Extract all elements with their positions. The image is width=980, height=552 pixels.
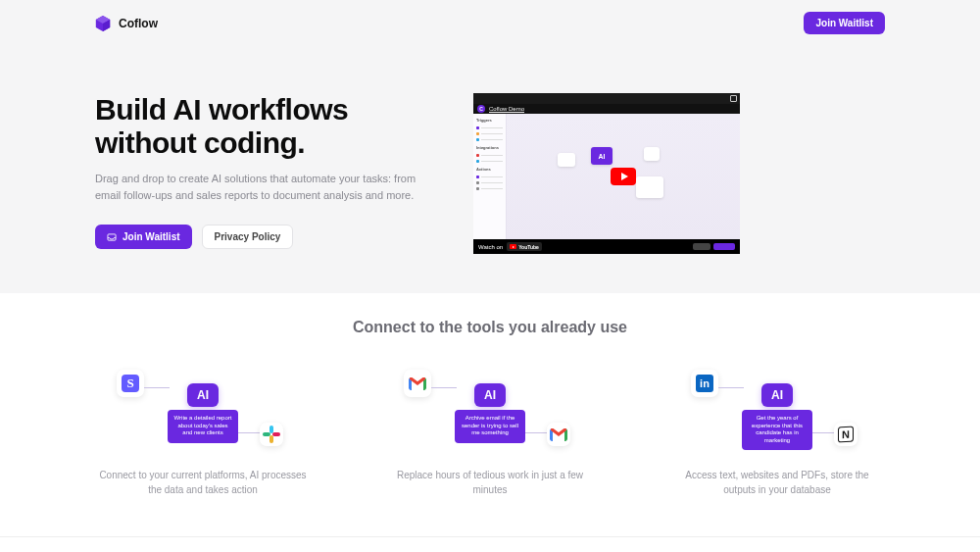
gmail-icon — [547, 423, 570, 446]
video-top-controls — [473, 93, 740, 104]
demo-video-embed[interactable]: C Coflow Demo Triggers Integrations Acti… — [473, 93, 740, 254]
ai-card-text: Get the years of experience that this ca… — [742, 410, 812, 450]
tool-caption: Connect to your current platforms, AI pr… — [95, 468, 311, 497]
watch-on-label: Watch on — [478, 244, 503, 250]
video-title-bar: C Coflow Demo — [473, 104, 740, 114]
share-button[interactable] — [693, 243, 710, 250]
tools-grid: S AI Write a detailed report about today… — [95, 364, 885, 497]
brand[interactable]: Coflow — [95, 15, 158, 32]
tool-column: in AI Get the years of experience that t… — [669, 364, 885, 497]
video-preview-frame: Triggers Integrations Actions — [473, 114, 740, 239]
youtube-badge[interactable]: YouTube — [507, 242, 542, 251]
inbox-icon — [107, 232, 117, 242]
tools-heading: Connect to the tools you already use — [95, 319, 885, 336]
button-label: Privacy Policy — [215, 231, 281, 242]
tools-section: Connect to the tools you already use S A… — [0, 293, 980, 536]
watch-later-button[interactable] — [713, 243, 735, 250]
youtube-icon — [510, 244, 516, 249]
tool-column: S AI Write a detailed report about today… — [95, 364, 311, 497]
ai-node: AI Archive email if the sender is trying… — [455, 383, 525, 443]
tool-column: AI Archive email if the sender is trying… — [382, 364, 598, 497]
hero-join-waitlist-button[interactable]: Join Waitlist — [95, 225, 192, 249]
ai-card-text: Archive email if the sender is trying to… — [455, 410, 525, 443]
ai-node: AI Get the years of experience that this… — [742, 383, 812, 450]
hero-section: Coflow Join Waitlist Build AI workflows … — [0, 0, 980, 293]
ai-card-text: Write a detailed report about today's sa… — [168, 410, 238, 443]
hero: Build AI workflows without coding. Drag … — [95, 93, 885, 254]
hero-title: Build AI workflows without coding. — [95, 93, 448, 159]
slack-icon — [260, 423, 283, 446]
footer-cta-section: Join Waitlist — [0, 536, 980, 552]
notion-icon: N — [834, 423, 858, 446]
privacy-policy-button[interactable]: Privacy Policy — [202, 225, 294, 249]
play-icon[interactable] — [611, 168, 636, 185]
top-nav: Coflow Join Waitlist — [95, 8, 885, 38]
tool-caption: Replace hours of tedious work in just a … — [382, 468, 598, 497]
copy-link-icon[interactable] — [730, 95, 737, 102]
stripe-icon: S — [117, 370, 144, 397]
logo-icon — [95, 15, 111, 32]
ai-node: AI Write a detailed report about today's… — [168, 383, 238, 443]
linkedin-icon: in — [691, 370, 718, 397]
brand-name: Coflow — [119, 17, 158, 30]
tool-caption: Access text, websites and PDFs, store th… — [669, 468, 885, 497]
channel-avatar: C — [477, 105, 485, 113]
video-bottom-bar: Watch on YouTube — [473, 239, 740, 254]
video-title[interactable]: Coflow Demo — [489, 106, 524, 112]
button-label: Join Waitlist — [815, 18, 873, 28]
hero-actions: Join Waitlist Privacy Policy — [95, 225, 448, 249]
hero-subtitle: Drag and drop to create AI solutions tha… — [95, 171, 428, 203]
nav-join-waitlist-button[interactable]: Join Waitlist — [804, 12, 885, 34]
button-label: Join Waitlist — [122, 231, 180, 242]
gmail-icon — [404, 370, 431, 397]
